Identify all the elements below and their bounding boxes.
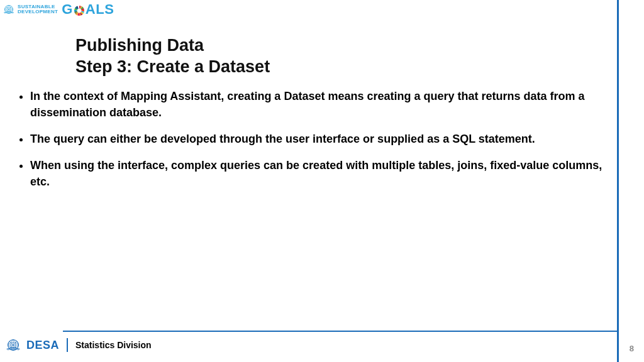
bullet-item: When using the interface, complex querie…	[30, 157, 606, 190]
title-line-2: Step 3: Create a Dataset	[75, 57, 270, 78]
svg-point-3	[77, 9, 80, 13]
sdg-logo: SUSTAINABLE DEVELOPMENT G	[3, 1, 114, 18]
goals-logo: G	[62, 1, 114, 18]
sdg-text: SUSTAINABLE DEVELOPMENT	[18, 4, 58, 14]
footer: DESA Statistics Division	[5, 337, 152, 353]
bullet-item: In the context of Mapping Assistant, cre…	[30, 88, 606, 121]
footer-division: Statistics Division	[75, 340, 152, 350]
body-content: In the context of Mapping Assistant, cre…	[18, 88, 606, 200]
goals-prefix: G	[62, 1, 73, 18]
page-number: 8	[630, 344, 634, 353]
decorative-right-line	[617, 0, 619, 362]
bullet-item: The query can either be developed throug…	[30, 131, 606, 147]
title-block: Publishing Data Step 3: Create a Dataset	[75, 35, 270, 78]
goals-suffix: ALS	[86, 1, 114, 18]
title-line-1: Publishing Data	[75, 35, 270, 57]
sdg-wheel-icon	[74, 4, 85, 15]
goals-text: G	[62, 1, 114, 18]
decorative-footer-line	[63, 331, 619, 332]
slide: SUSTAINABLE DEVELOPMENT G	[0, 0, 644, 362]
un-emblem-icon	[5, 337, 21, 353]
un-emblem-icon	[3, 3, 15, 16]
sdg-text-bottom: DEVELOPMENT	[18, 9, 58, 14]
footer-divider	[67, 338, 68, 352]
desa-label: DESA	[26, 339, 59, 352]
bullet-list: In the context of Mapping Assistant, cre…	[18, 88, 606, 190]
